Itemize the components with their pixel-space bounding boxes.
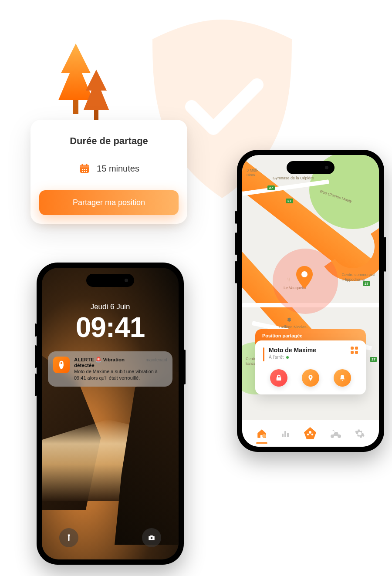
svg-rect-18: [282, 434, 284, 437]
phone-map-screen: 3 Midi- nées Gymnase de la Cépière Rue C…: [237, 150, 384, 452]
svg-point-16: [301, 271, 308, 277]
location-pin-icon: [295, 266, 314, 290]
map-label: Centre commercial l'Hippodrome: [341, 273, 375, 282]
restaurant-icon: [286, 277, 292, 283]
svg-point-24: [311, 433, 314, 435]
notification-prefix: ALERTE: [74, 357, 94, 362]
tab-home[interactable]: [256, 428, 267, 439]
svg-point-14: [61, 362, 62, 364]
calendar-icon: [78, 162, 91, 175]
trees-illustration: [57, 44, 118, 126]
svg-point-17: [262, 434, 266, 438]
share-card-title: Durée de partage: [39, 135, 179, 147]
notification-app-icon: [53, 357, 70, 373]
share-position-button[interactable]: Partager ma position: [39, 190, 179, 215]
share-duration-card: Durée de partage 15 minutes Partager ma …: [30, 120, 187, 224]
svg-point-8: [82, 169, 83, 170]
map-view[interactable]: 3 Midi- nées Gymnase de la Cépière Rue C…: [242, 155, 379, 447]
highway-badge: 27: [286, 199, 293, 203]
alert-button[interactable]: [334, 369, 351, 387]
highway-badge: 27: [267, 185, 275, 190]
svg-rect-7: [86, 164, 88, 166]
svg-point-13: [86, 171, 87, 172]
device-name: Moto de Maxime: [269, 347, 316, 354]
notification-timestamp: maintenant: [146, 357, 167, 362]
highway-badge: 27: [370, 357, 377, 362]
device-card: Moto de Maxime À l'arrêt: [255, 340, 366, 394]
svg-point-10: [86, 169, 87, 170]
share-duration-value: 15 minutes: [97, 164, 139, 174]
svg-point-15: [151, 537, 153, 539]
notification-body: Moto de Maxime a subit une vibration à 0…: [74, 368, 167, 381]
tab-social[interactable]: [303, 426, 318, 441]
svg-point-22: [309, 431, 311, 434]
tab-bar: [242, 420, 379, 447]
svg-marker-2: [84, 70, 109, 110]
school-icon: [287, 316, 292, 321]
map-label: 3 Midi- nées: [247, 168, 258, 177]
map-label: Gymnase de la Cépière: [273, 176, 314, 180]
share-duration-row: 15 minutes: [39, 162, 179, 175]
camera-button[interactable]: [142, 528, 161, 547]
device-status: À l'arrêt: [269, 355, 316, 360]
svg-rect-19: [284, 431, 286, 437]
svg-point-12: [84, 171, 85, 172]
notification-card[interactable]: ALERTE 🚨 Vibration détectée maintenant M…: [48, 351, 172, 387]
svg-rect-1: [73, 100, 78, 114]
highway-badge: 27: [363, 281, 370, 286]
lock-date: Jeudi 6 Juin: [42, 303, 179, 311]
locate-button[interactable]: [302, 369, 319, 387]
svg-rect-3: [94, 110, 98, 120]
grid-menu-icon[interactable]: [351, 347, 358, 354]
svg-rect-6: [82, 164, 83, 166]
svg-rect-20: [287, 433, 289, 437]
svg-point-23: [307, 433, 309, 435]
tab-settings[interactable]: [355, 428, 365, 439]
phone-lock-screen: Jeudi 6 Juin 09:41 ALERTE 🚨 Vibration dé…: [37, 263, 184, 565]
tab-stats[interactable]: [280, 428, 291, 439]
lock-time: 09:41: [42, 311, 179, 344]
lock-button[interactable]: [270, 369, 287, 387]
svg-rect-5: [80, 165, 89, 168]
svg-point-9: [84, 169, 85, 170]
tab-vehicle[interactable]: [330, 428, 342, 439]
flashlight-button[interactable]: [59, 528, 78, 547]
svg-point-11: [82, 171, 83, 172]
